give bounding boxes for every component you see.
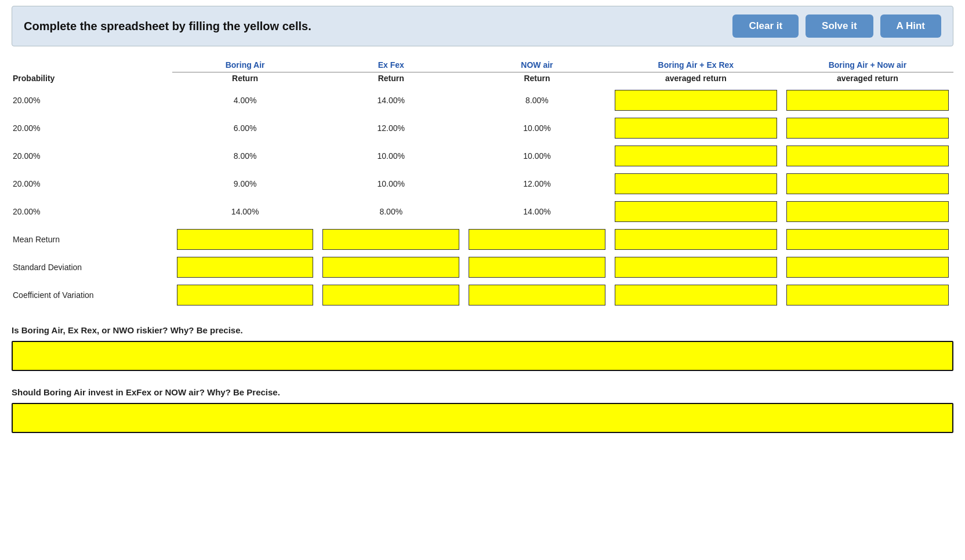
boring-now-cell-3[interactable] (782, 170, 953, 198)
now-mean-cell[interactable] (464, 226, 610, 253)
header-buttons: Clear it Solve it A Hint (732, 14, 941, 38)
now-4: 14.00% (464, 198, 610, 226)
empty-header (12, 57, 172, 72)
boring-ex-std-input[interactable] (615, 257, 777, 278)
exfex-0: 14.00% (318, 86, 464, 114)
boring-now-cell-0[interactable] (782, 86, 953, 114)
prob-3: 20.00% (12, 170, 172, 198)
question-2-label: Should Boring Air invest in ExFex or NOW… (12, 387, 953, 397)
boring-ex-cell-3[interactable] (610, 170, 782, 198)
table-row: 20.00% 6.00% 12.00% 10.00% (12, 114, 953, 142)
question-2-answer[interactable] (12, 403, 953, 433)
boring-4: 14.00% (172, 198, 318, 226)
boring-std-cell[interactable] (172, 253, 318, 281)
mean-return-row: Mean Return (12, 226, 953, 253)
boring-ex-cell-2[interactable] (610, 142, 782, 170)
boring-ex-mean-input[interactable] (615, 229, 777, 250)
now-cov-input[interactable] (469, 285, 605, 306)
table-row: 20.00% 14.00% 8.00% 14.00% (12, 198, 953, 226)
exfex-4: 8.00% (318, 198, 464, 226)
now-air-header: NOW air (464, 57, 610, 72)
boring-mean-cell[interactable] (172, 226, 318, 253)
now-mean-input[interactable] (469, 229, 605, 250)
boring-now-input-0[interactable] (786, 90, 949, 111)
boring-now-cell-4[interactable] (782, 198, 953, 226)
now-cov-cell[interactable] (464, 281, 610, 309)
exfex-2: 10.00% (318, 142, 464, 170)
table-row: 20.00% 4.00% 14.00% 8.00% (12, 86, 953, 114)
boring-now-cov-input[interactable] (786, 285, 949, 306)
cov-label: Coefficient of Variation (12, 281, 172, 309)
boring-ex-input-3[interactable] (615, 173, 777, 194)
boring-0: 4.00% (172, 86, 318, 114)
boring-now-cell-2[interactable] (782, 142, 953, 170)
exfex-std-input[interactable] (322, 257, 459, 278)
boring-ex-input-0[interactable] (615, 90, 777, 111)
question-1-section: Is Boring Air, Ex Rex, or NWO riskier? W… (12, 325, 953, 371)
ex-fex-header: Ex Fex (318, 57, 464, 72)
boring-ex-cov-input[interactable] (615, 285, 777, 306)
boring-ex-rex-header: Boring Air + Ex Rex (610, 57, 782, 72)
boring-ex-std-cell[interactable] (610, 253, 782, 281)
boring-ex-avg-subheader: averaged return (610, 72, 782, 87)
exfex-1: 12.00% (318, 114, 464, 142)
boring-ex-input-1[interactable] (615, 118, 777, 139)
boring-now-input-1[interactable] (786, 118, 949, 139)
question-1-label: Is Boring Air, Ex Rex, or NWO riskier? W… (12, 325, 953, 335)
solve-button[interactable]: Solve it (806, 14, 873, 38)
boring-ex-input-2[interactable] (615, 146, 777, 166)
spreadsheet-wrapper: Boring Air Ex Fex NOW air Boring Air + E… (12, 57, 953, 309)
table-row: 20.00% 9.00% 10.00% 12.00% (12, 170, 953, 198)
std-dev-row: Standard Deviation (12, 253, 953, 281)
probability-subheader: Probability (12, 72, 172, 87)
boring-ex-mean-cell[interactable] (610, 226, 782, 253)
boring-now-std-input[interactable] (786, 257, 949, 278)
prob-2: 20.00% (12, 142, 172, 170)
boring-mean-input[interactable] (177, 229, 314, 250)
now-0: 8.00% (464, 86, 610, 114)
boring-ex-cell-4[interactable] (610, 198, 782, 226)
exfex-std-cell[interactable] (318, 253, 464, 281)
boring-ex-cell-0[interactable] (610, 86, 782, 114)
table-row: 20.00% 8.00% 10.00% 10.00% (12, 142, 953, 170)
hint-button[interactable]: A Hint (880, 14, 941, 38)
question-1-answer[interactable] (12, 341, 953, 371)
now-std-cell[interactable] (464, 253, 610, 281)
boring-now-input-4[interactable] (786, 201, 949, 222)
boring-ex-cov-cell[interactable] (610, 281, 782, 309)
now-2: 10.00% (464, 142, 610, 170)
exfex-cov-cell[interactable] (318, 281, 464, 309)
mean-return-label: Mean Return (12, 226, 172, 253)
boring-cov-input[interactable] (177, 285, 314, 306)
boring-2: 8.00% (172, 142, 318, 170)
prob-4: 20.00% (12, 198, 172, 226)
boring-now-mean-cell[interactable] (782, 226, 953, 253)
boring-now-avg-subheader: averaged return (782, 72, 953, 87)
boring-std-input[interactable] (177, 257, 314, 278)
now-std-input[interactable] (469, 257, 605, 278)
boring-air-header: Boring Air (172, 57, 318, 72)
boring-now-std-cell[interactable] (782, 253, 953, 281)
boring-ex-cell-1[interactable] (610, 114, 782, 142)
boring-now-input-2[interactable] (786, 146, 949, 166)
prob-1: 20.00% (12, 114, 172, 142)
exfex-mean-cell[interactable] (318, 226, 464, 253)
prob-0: 20.00% (12, 86, 172, 114)
main-table: Boring Air Ex Fex NOW air Boring Air + E… (12, 57, 953, 309)
header-title: Complete the spreadsheet by filling the … (24, 20, 311, 33)
boring-now-cell-1[interactable] (782, 114, 953, 142)
boring-now-input-3[interactable] (786, 173, 949, 194)
boring-return-subheader: Return (172, 72, 318, 87)
question-2-section: Should Boring Air invest in ExFex or NOW… (12, 387, 953, 433)
boring-ex-input-4[interactable] (615, 201, 777, 222)
cov-row: Coefficient of Variation (12, 281, 953, 309)
clear-button[interactable]: Clear it (732, 14, 799, 38)
exfex-return-subheader: Return (318, 72, 464, 87)
boring-now-cov-cell[interactable] (782, 281, 953, 309)
boring-now-mean-input[interactable] (786, 229, 949, 250)
exfex-cov-input[interactable] (322, 285, 459, 306)
now-1: 10.00% (464, 114, 610, 142)
exfex-3: 10.00% (318, 170, 464, 198)
exfex-mean-input[interactable] (322, 229, 459, 250)
boring-cov-cell[interactable] (172, 281, 318, 309)
